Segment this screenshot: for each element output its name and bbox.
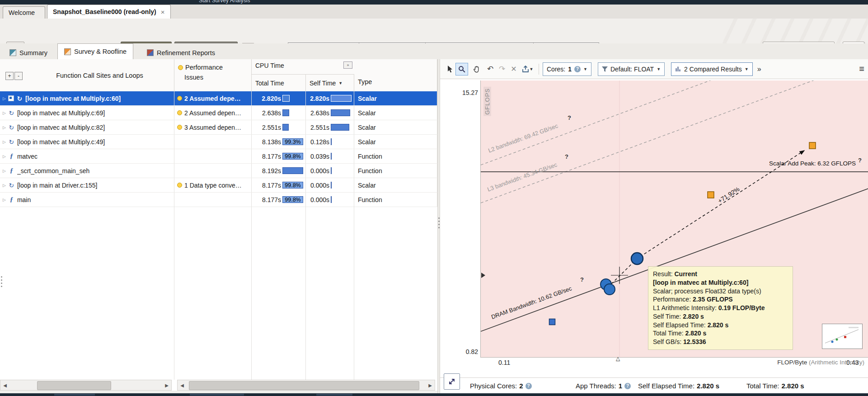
column-self-time[interactable]: Self Time ▼ <box>306 75 354 91</box>
collapse-all-button[interactable]: - <box>14 72 23 80</box>
question-mark-icon[interactable]: ? <box>565 153 568 160</box>
export-button[interactable]: ▼ <box>520 63 535 75</box>
loop-icon: ↻ <box>8 182 15 189</box>
tree-expand-icon[interactable]: ▷ <box>3 140 6 144</box>
table-row[interactable]: ▷↻[loop in matvec at Multiply.c:60] 2 As… <box>0 91 437 106</box>
tree-expand-icon[interactable]: ▷ <box>3 154 6 159</box>
table-row[interactable]: ▷ƒ_scrt_common_main_seh 8.192s 0.000s Fu… <box>0 164 437 178</box>
point-orange-square-target[interactable] <box>809 142 816 149</box>
scroll-left-icon[interactable]: ◀ <box>178 380 187 390</box>
roofline-panel: ↶ ↷ ✕ ▼ Cores: 1 ? ▼ Default: FLOAT ▼ <box>440 59 868 393</box>
expand-roofline-button[interactable] <box>444 373 460 390</box>
tree-expand-icon[interactable]: ▷ <box>3 96 6 101</box>
scroll-right-icon[interactable]: ▶ <box>426 380 435 390</box>
self-time-bar <box>331 138 352 145</box>
sort-descending-icon: ▼ <box>338 81 343 85</box>
total-time-bar <box>282 109 303 116</box>
total-time-bar <box>282 95 303 102</box>
names-horizontal-scrollbar[interactable]: ◀ ▶ <box>0 380 172 391</box>
pan-hand-button[interactable] <box>471 63 483 75</box>
more-tools-icon[interactable]: » <box>757 65 761 73</box>
question-mark-icon[interactable]: ? <box>858 157 862 164</box>
expand-column-icon[interactable]: » <box>343 61 352 69</box>
view-tab-bar: Summary Survey & Roofline Refinement Rep… <box>0 43 868 60</box>
expand-all-button[interactable]: + <box>5 72 14 80</box>
chevron-down-icon: ▼ <box>657 67 661 71</box>
cpu-time-header[interactable]: CPU Time » <box>252 59 354 75</box>
self-time-bar <box>331 196 352 203</box>
self-time-bar <box>331 124 352 131</box>
self-elapsed-status: Self Elapsed Time: 2.820 s <box>638 382 719 390</box>
function-icon: ƒ <box>8 196 15 203</box>
help-icon: ? <box>525 383 532 389</box>
selected-loop-checkbox-icon[interactable] <box>8 95 14 101</box>
table-row[interactable]: ▷↻[loop in main at Driver.c:155] 1 Data … <box>0 178 437 193</box>
scalar-add-peak-label: Scalar Add Peak: 6.32 GFLOPS <box>769 160 856 167</box>
y-axis-max-tick: 15.27 <box>440 89 478 96</box>
scroll-right-icon[interactable]: ▶ <box>162 380 171 390</box>
loop-icon: ↻ <box>16 95 23 102</box>
tree-expand-icon[interactable]: ▷ <box>3 169 6 173</box>
undo-button[interactable]: ↶ <box>484 63 496 75</box>
cancel-zoom-button[interactable]: ✕ <box>508 63 520 75</box>
y-axis-min-tick: 0.82 <box>440 348 478 355</box>
total-time-bar: 99.8% <box>282 153 303 160</box>
tab-refinement-reports[interactable]: Refinement Reports <box>141 46 221 59</box>
column-performance-issues[interactable]: Performance Issues <box>174 59 252 91</box>
clipped-menu-text: Start Survey Analysis <box>199 0 250 4</box>
point-blue-circle[interactable] <box>604 284 615 295</box>
table-row[interactable]: ▷↻[loop in matvec at Multiply.c:49] 8.13… <box>0 135 437 149</box>
window-top-strip: Start Survey Analysis <box>0 0 868 5</box>
issue-bulb-icon <box>177 96 182 101</box>
column-type[interactable]: Type <box>354 59 437 91</box>
cores-dropdown[interactable]: Cores: 1 ? ▼ <box>543 62 591 76</box>
tab-summary[interactable]: Summary <box>3 46 54 59</box>
zoom-tool-button[interactable] <box>455 63 468 75</box>
help-icon: ? <box>624 383 631 389</box>
tab-welcome[interactable]: Welcome <box>3 6 45 19</box>
y-axis-label: GFLOPS <box>483 87 491 116</box>
self-time-bar <box>331 182 352 189</box>
tree-expand-icon[interactable]: ▷ <box>3 183 6 188</box>
roofline-status-bar: Physical Cores: 2 ? App Threads: 1 ? Sel… <box>440 377 868 394</box>
data-horizontal-scrollbar[interactable]: ◀ ▶ <box>177 380 435 391</box>
datatype-filter-dropdown[interactable]: Default: FLOAT ▼ <box>598 62 665 76</box>
total-time-status: Total Time: 2.820 s <box>746 382 804 390</box>
roofline-menu-icon[interactable]: ≡ <box>859 64 864 74</box>
total-time-bar: 99.8% <box>282 196 303 203</box>
point-orange-square[interactable] <box>708 192 714 198</box>
tree-expand-icon[interactable]: ▷ <box>3 125 6 130</box>
point-current-loop[interactable] <box>631 253 643 264</box>
table-row[interactable]: ▷↻[loop in matvec at Multiply.c:69] 2 As… <box>0 106 437 120</box>
redo-button[interactable]: ↷ <box>496 63 508 75</box>
compare-icon <box>675 66 681 72</box>
compared-results-dropdown[interactable]: 2 Compared Results ▼ <box>671 62 753 76</box>
roofline-minimap[interactable] <box>822 324 863 349</box>
scroll-left-icon[interactable]: ◀ <box>0 380 9 390</box>
select-cursor-button[interactable] <box>444 63 455 75</box>
question-mark-icon[interactable]: ? <box>568 114 571 121</box>
column-gridlines <box>0 203 437 380</box>
table-row[interactable]: ▷↻[loop in matvec at Multiply.c:82] 3 As… <box>0 120 437 135</box>
table-row[interactable]: ▷ƒmatvec 8.177s99.8% 0.039s Function <box>0 149 437 164</box>
self-time-bar <box>331 109 352 116</box>
lightbulb-icon <box>178 65 183 70</box>
tree-expand-icon[interactable]: ▷ <box>3 198 6 202</box>
chevron-watermark <box>719 19 868 43</box>
roofline-plot[interactable]: GFLOPS L2 bandwidth: 69.42 GB/sec L3 ban… <box>480 80 868 358</box>
close-tab-icon[interactable]: × <box>161 8 165 16</box>
x-axis-selection-marker: △ <box>616 355 620 362</box>
self-time-bar <box>331 167 352 174</box>
point-tooltip: Result: Current [loop in matvec at Multi… <box>648 266 793 350</box>
column-functions[interactable]: + - Function Call Sites and Loops <box>0 59 174 91</box>
scrollbar-thumb[interactable] <box>37 381 111 390</box>
tab-snapshot[interactable]: Snapshot_Baseline000 (read-only) × <box>47 5 171 19</box>
point-blue-square[interactable] <box>549 319 555 325</box>
tree-expand-icon[interactable]: ▷ <box>3 111 6 115</box>
tab-survey-roofline[interactable]: Survey & Roofline <box>57 43 133 59</box>
column-total-time[interactable]: Total Time <box>252 75 306 91</box>
panel-collapse-handle[interactable] <box>0 276 2 290</box>
table-row[interactable]: ▷ƒmain 8.177s99.8% 0.000s Function <box>0 193 437 207</box>
scrollbar-thumb[interactable] <box>189 381 419 390</box>
question-mark-icon[interactable]: ? <box>580 276 584 283</box>
